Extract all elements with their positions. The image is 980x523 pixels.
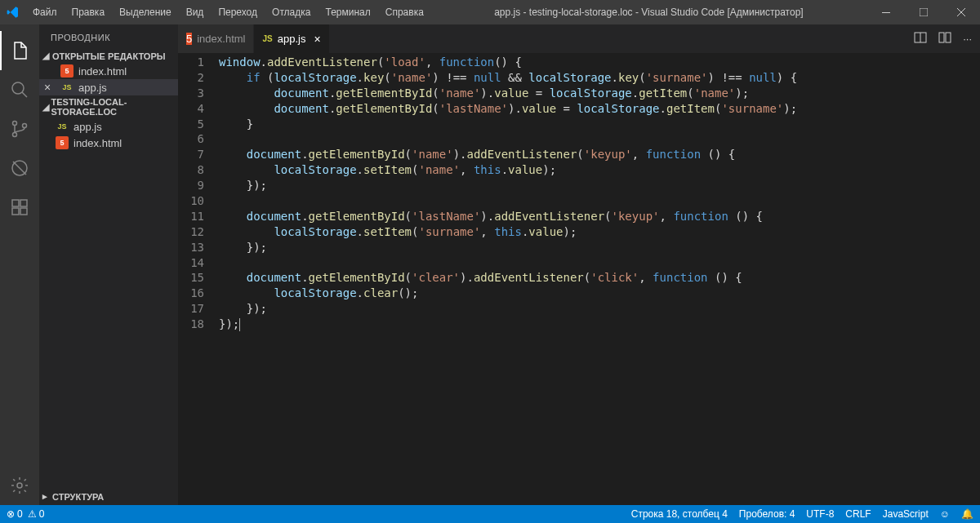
svg-rect-9 [20, 208, 27, 215]
minimize-button[interactable] [867, 0, 905, 24]
file-label: index.html [78, 65, 127, 78]
file-label: app.js [74, 121, 102, 133]
svg-rect-8 [12, 208, 19, 215]
status-errors[interactable]: ⊗ 0 [7, 508, 23, 520]
svg-rect-7 [12, 200, 19, 206]
status-bar: ⊗ 0 ⚠ 0 Строка 18, столбец 4 Пробелов: 4… [0, 505, 980, 523]
status-line-col[interactable]: Строка 18, столбец 4 [631, 508, 728, 520]
svg-rect-14 [946, 33, 951, 42]
svg-rect-13 [939, 33, 944, 42]
file-index-html[interactable]: 5 index.html [39, 135, 178, 151]
more-actions-icon[interactable]: ··· [963, 33, 972, 45]
js-icon: JS [60, 81, 74, 94]
status-encoding[interactable]: UTF-8 [806, 508, 834, 520]
split-editor-icon[interactable] [914, 31, 927, 47]
tab-bar: 5 index.html JS app.js × ··· [178, 24, 980, 53]
maximize-button[interactable] [905, 0, 942, 24]
tab-label: app.js [278, 33, 306, 45]
extensions-icon[interactable] [0, 188, 39, 227]
html5-icon: 5 [186, 33, 192, 45]
vscode-logo-icon [7, 6, 20, 19]
file-label: app.js [78, 82, 107, 94]
svg-rect-10 [20, 200, 27, 206]
file-app-js[interactable]: JS app.js [39, 118, 178, 135]
menu-help[interactable]: Справка [379, 3, 430, 21]
file-label: index.html [74, 137, 122, 149]
tab-app-js[interactable]: JS app.js × [254, 24, 329, 53]
activity-bar [0, 24, 39, 505]
code-content[interactable]: window.addEventListener('load', function… [219, 53, 980, 505]
html5-icon: 5 [56, 136, 69, 149]
tab-label: index.html [197, 33, 245, 45]
status-bell-icon[interactable]: 🔔 [961, 508, 973, 520]
close-icon[interactable]: × [314, 33, 320, 46]
menu-debug[interactable]: Отладка [265, 3, 317, 21]
menu-edit[interactable]: Правка [65, 3, 112, 21]
status-feedback-icon[interactable]: ☺ [940, 508, 950, 520]
svg-rect-0 [882, 12, 890, 13]
open-editors-section[interactable]: ◢ОТКРЫТЫЕ РЕДАКТОРЫ [39, 49, 178, 63]
open-editor-index-html[interactable]: 5 index.html [39, 63, 178, 79]
source-control-icon[interactable] [0, 109, 39, 148]
menu-go[interactable]: Переход [212, 3, 264, 21]
titlebar: Файл Правка Выделение Вид Переход Отладк… [0, 0, 980, 24]
window-title: app.js - testing-local-storage.loc - Vis… [430, 7, 867, 18]
js-icon: JS [56, 120, 69, 133]
tab-index-html[interactable]: 5 index.html [178, 24, 254, 53]
status-spaces[interactable]: Пробелов: 4 [739, 508, 795, 520]
open-editor-app-js[interactable]: × JS app.js [39, 79, 178, 95]
workspace-section[interactable]: ◢TESTING-LOCAL-STORAGE.LOC [39, 95, 178, 118]
split-layout-icon[interactable] [938, 31, 951, 47]
js-icon: JS [262, 34, 272, 43]
explorer-icon[interactable] [0, 31, 39, 70]
status-eol[interactable]: CRLF [845, 508, 871, 520]
status-warnings[interactable]: ⚠ 0 [28, 508, 45, 520]
svg-point-4 [13, 133, 17, 137]
sidebar-title: ПРОВОДНИК [39, 24, 178, 49]
line-numbers: 123456789101112131415161718 [178, 53, 219, 505]
menu-selection[interactable]: Выделение [113, 3, 178, 21]
settings-gear-icon[interactable] [0, 466, 39, 505]
svg-rect-1 [920, 8, 928, 16]
editor-area: 5 index.html JS app.js × ··· 12345678910… [178, 24, 980, 505]
outline-section[interactable]: ▸СТРУКТУРА [39, 488, 178, 505]
sidebar: ПРОВОДНИК ◢ОТКРЫТЫЕ РЕДАКТОРЫ 5 index.ht… [39, 24, 178, 505]
close-button[interactable] [942, 0, 980, 24]
svg-point-2 [12, 82, 24, 94]
menu-file[interactable]: Файл [26, 3, 64, 21]
search-icon[interactable] [0, 70, 39, 109]
html5-icon: 5 [60, 64, 74, 78]
status-language[interactable]: JavaScript [883, 508, 929, 520]
svg-point-5 [23, 124, 27, 128]
debug-icon[interactable] [0, 148, 39, 188]
svg-point-11 [17, 483, 22, 488]
code-editor[interactable]: 123456789101112131415161718 window.addEv… [178, 53, 980, 505]
menu-bar: Файл Правка Выделение Вид Переход Отладк… [26, 3, 430, 21]
menu-terminal[interactable]: Терминал [318, 3, 376, 21]
close-icon[interactable]: × [41, 81, 54, 94]
svg-point-3 [13, 122, 17, 126]
menu-view[interactable]: Вид [180, 3, 211, 21]
